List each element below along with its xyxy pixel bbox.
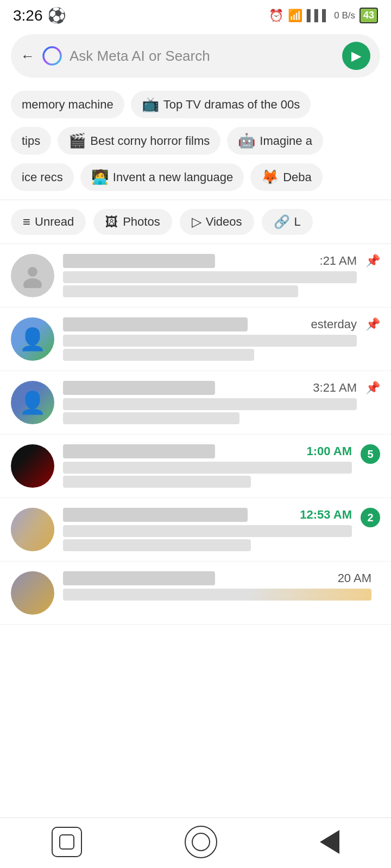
message-list: :21 AM 📌 👤 esterday 📌 👤 <box>0 244 391 625</box>
message-preview <box>63 335 357 347</box>
message-top: 20 AM <box>63 571 371 585</box>
message-item[interactable]: 20 AM <box>0 561 391 625</box>
message-content: 12:53 AM <box>63 508 352 551</box>
message-content: :21 AM <box>63 254 357 297</box>
chip-label: memory machine <box>22 98 113 112</box>
filter-tabs: ≡ Unread 🖼 Photos ▷ Videos 🔗 L <box>0 200 391 244</box>
search-bar[interactable]: ← Ask Meta AI or Search ▶ <box>11 34 380 78</box>
filter-unread[interactable]: ≡ Unread <box>11 209 86 235</box>
message-item[interactable]: 12:53 AM 2 <box>0 498 391 561</box>
message-name <box>63 571 215 585</box>
battery-indicator: 43 <box>360 8 378 23</box>
chip-horror-films[interactable]: 🎬 Best corny horror films <box>58 127 220 155</box>
bottom-navigation <box>0 818 391 868</box>
unread-icon: ≡ <box>23 214 30 229</box>
message-preview-2 <box>63 285 298 297</box>
message-item[interactable]: 👤 esterday 📌 <box>0 308 391 371</box>
status-icons: ⏰ 📶 ▌▌▌ 0 B/s 43 <box>269 8 378 23</box>
message-top: 3:21 AM <box>63 381 357 395</box>
message-name <box>63 317 248 331</box>
chip-invent-language[interactable]: 🧑‍💻 Invent a new language <box>80 163 244 191</box>
message-item[interactable]: 1:00 AM 5 <box>0 435 391 498</box>
back-button[interactable]: ← <box>21 48 35 65</box>
chip-ice-recs[interactable]: ice recs <box>11 163 74 191</box>
alarm-icon: ⏰ <box>269 9 283 23</box>
message-name <box>63 254 215 268</box>
filter-label: L <box>294 215 301 229</box>
chips-row-1: memory machine 📺 Top TV dramas of the 00… <box>0 86 391 123</box>
soccer-icon: ⚽ <box>47 7 66 24</box>
send-button[interactable]: ▶ <box>342 42 370 70</box>
filter-videos[interactable]: ▷ Videos <box>180 209 254 235</box>
svg-point-0 <box>43 47 61 65</box>
avatar <box>11 508 54 551</box>
recents-button[interactable] <box>185 826 217 858</box>
message-actions: 📌 <box>365 381 380 395</box>
message-time: 3:21 AM <box>313 381 357 395</box>
pin-icon: 📌 <box>365 317 380 331</box>
time-display: 3:26 <box>13 7 43 24</box>
message-preview <box>63 398 357 410</box>
message-time: 20 AM <box>338 571 371 585</box>
chip-label: Best corny horror films <box>90 134 210 148</box>
pin-icon: 📌 <box>365 381 380 395</box>
chip-imagine[interactable]: 🤖 Imagine a <box>227 127 323 155</box>
message-preview <box>63 271 357 283</box>
avatar <box>11 444 54 488</box>
message-content: esterday <box>63 317 357 361</box>
back-button[interactable] <box>320 830 339 854</box>
chip-deba[interactable]: 🦊 Deba <box>250 163 323 191</box>
send-icon: ▶ <box>351 48 361 63</box>
videos-icon: ▷ <box>192 214 201 229</box>
filter-photos[interactable]: 🖼 Photos <box>93 209 172 235</box>
message-preview <box>63 462 352 474</box>
tv-icon: 📺 <box>142 96 159 113</box>
avatar <box>11 254 54 297</box>
chip-label: Invent a new language <box>113 170 233 184</box>
triangle-icon <box>320 830 339 854</box>
message-top: 1:00 AM <box>63 444 352 458</box>
photos-icon: 🖼 <box>105 214 118 229</box>
clapper-icon: 🎬 <box>68 132 86 149</box>
message-name <box>63 508 248 522</box>
unread-badge: 5 <box>361 444 380 464</box>
message-preview <box>63 589 371 601</box>
filter-label: Unread <box>35 215 74 229</box>
message-preview-2 <box>63 412 239 424</box>
svg-point-2 <box>23 278 42 288</box>
message-time: esterday <box>311 317 357 331</box>
unread-badge: 2 <box>361 508 380 527</box>
links-icon: 🔗 <box>274 214 290 229</box>
message-actions: 5 <box>361 444 380 464</box>
filter-links[interactable]: 🔗 L <box>262 209 313 235</box>
message-time: 1:00 AM <box>306 444 352 458</box>
message-content: 3:21 AM <box>63 381 357 424</box>
search-placeholder[interactable]: Ask Meta AI or Search <box>70 48 335 65</box>
data-speed: 0 B/s <box>334 10 355 21</box>
message-actions: 📌 <box>365 317 380 331</box>
chip-memory-machine[interactable]: memory machine <box>11 91 124 118</box>
message-content: 1:00 AM <box>63 444 352 488</box>
message-time: :21 AM <box>320 254 357 268</box>
message-preview-2 <box>63 476 251 488</box>
home-button[interactable] <box>52 827 82 857</box>
message-time: 12:53 AM <box>300 508 352 522</box>
person-laptop-icon: 🧑‍💻 <box>91 169 109 186</box>
message-item[interactable]: 👤 3:21 AM 📌 <box>0 371 391 435</box>
square-icon <box>59 834 74 850</box>
filter-label: Videos <box>206 215 242 229</box>
avatar: 👤 <box>11 381 54 424</box>
svg-point-1 <box>28 267 37 277</box>
chip-tips[interactable]: tips <box>11 127 51 155</box>
chip-label: Deba <box>283 170 312 184</box>
meta-ai-logo <box>42 46 62 66</box>
chips-row-2: tips 🎬 Best corny horror films 🤖 Imagine… <box>0 123 391 159</box>
message-preview <box>63 525 352 537</box>
message-item[interactable]: :21 AM 📌 <box>0 244 391 308</box>
avatar <box>11 571 54 615</box>
status-bar: 3:26 ⚽ ⏰ 📶 ▌▌▌ 0 B/s 43 <box>0 0 391 29</box>
message-top: :21 AM <box>63 254 357 268</box>
chip-label: tips <box>22 134 40 148</box>
chip-top-tv[interactable]: 📺 Top TV dramas of the 00s <box>131 91 311 118</box>
message-preview-2 <box>63 539 251 551</box>
